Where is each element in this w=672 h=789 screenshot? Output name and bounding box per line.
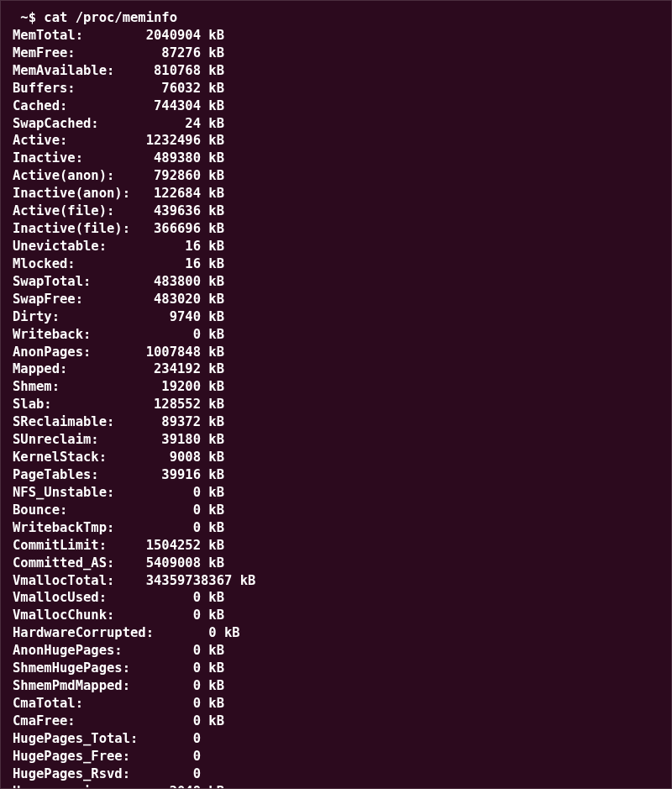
meminfo-label: VmallocTotal: [13, 573, 138, 588]
meminfo-value: 24 [138, 116, 201, 131]
meminfo-value: 483800 [138, 274, 201, 289]
meminfo-row-Writeback: Writeback: 0 kB [13, 326, 659, 344]
meminfo-row-MemTotal: MemTotal: 2040904 kB [13, 27, 659, 45]
meminfo-unit: kB [201, 309, 224, 324]
meminfo-row-InactiveAnon: Inactive(anon): 122684 kB [13, 185, 659, 203]
meminfo-row-HugePages_Free: HugePages_Free: 0 [13, 748, 659, 765]
meminfo-row-Unevictable: Unevictable: 16 kB [13, 238, 659, 255]
meminfo-row-Bounce: Bounce: 0 kB [13, 502, 659, 519]
meminfo-label: Inactive(file): [13, 221, 138, 236]
meminfo-row-Hugepagesize: Hugepagesize: 2048 kB [13, 783, 659, 789]
meminfo-unit: kB [201, 345, 224, 360]
meminfo-unit: kB [201, 485, 224, 500]
meminfo-value: 0 [138, 660, 201, 676]
meminfo-label: MemTotal: [13, 28, 138, 43]
meminfo-unit: kB [201, 81, 224, 96]
meminfo-unit: kB [201, 696, 224, 711]
meminfo-label: Slab: [13, 397, 138, 412]
meminfo-unit: kB [201, 660, 224, 676]
meminfo-row-HardwareCorrupted: HardwareCorrupted: 0 kB [13, 624, 659, 642]
meminfo-unit: kB [201, 28, 224, 43]
meminfo-value: 744304 [138, 98, 201, 113]
meminfo-value: 366696 [138, 221, 201, 236]
meminfo-row-Buffers: Buffers: 76032 kB [13, 80, 659, 97]
meminfo-unit: kB [201, 678, 224, 693]
meminfo-label: SUnreclaim: [13, 432, 138, 447]
meminfo-unit: kB [201, 538, 224, 553]
meminfo-unit: kB [201, 221, 224, 236]
meminfo-value: 9740 [138, 309, 201, 324]
meminfo-label: SwapTotal: [13, 274, 138, 289]
meminfo-unit: kB [232, 573, 255, 588]
meminfo-row-Inactive: Inactive: 489380 kB [13, 150, 659, 167]
meminfo-row-Cached: Cached: 744304 kB [13, 97, 659, 115]
meminfo-unit: kB [217, 625, 240, 640]
meminfo-row-MemFree: MemFree: 87276 kB [13, 45, 659, 62]
meminfo-label: MemAvailable: [13, 63, 138, 78]
meminfo-unit: kB [201, 274, 224, 289]
meminfo-row-KernelStack: KernelStack: 9008 kB [13, 449, 659, 466]
meminfo-row-Active: Active: 1232496 kB [13, 132, 659, 150]
meminfo-label: CmaFree: [13, 713, 138, 729]
meminfo-label: ShmemHugePages: [13, 660, 138, 676]
meminfo-row-SUnreclaim: SUnreclaim: 39180 kB [13, 431, 659, 449]
meminfo-row-SwapFree: SwapFree: 483020 kB [13, 291, 659, 308]
meminfo-row-Mlocked: Mlocked: 16 kB [13, 255, 659, 273]
meminfo-label: SwapFree: [13, 292, 138, 307]
meminfo-unit: kB [201, 414, 224, 429]
meminfo-value: 0 [138, 696, 201, 711]
meminfo-row-VmallocTotal: VmallocTotal: 34359738367 kB [13, 572, 659, 590]
meminfo-value: 5409008 [138, 555, 201, 571]
meminfo-row-MemAvailable: MemAvailable: 810768 kB [13, 62, 659, 80]
meminfo-unit: kB [201, 292, 224, 307]
meminfo-label: AnonPages: [13, 345, 138, 360]
meminfo-label: SReclaimable: [13, 414, 138, 429]
meminfo-label: HugePages_Total: [13, 731, 138, 746]
meminfo-value: 39916 [138, 467, 201, 482]
meminfo-label: PageTables: [13, 467, 138, 482]
shell-command: cat /proc/meminfo [44, 10, 177, 25]
shell-prompt: ~$ [13, 10, 44, 25]
meminfo-row-ActiveFile: Active(file): 439636 kB [13, 203, 659, 220]
meminfo-value: 0 [138, 590, 201, 605]
meminfo-row-Dirty: Dirty: 9740 kB [13, 308, 659, 326]
meminfo-unit: kB [201, 63, 224, 78]
meminfo-unit: kB [201, 608, 224, 623]
meminfo-value: 0 [138, 731, 201, 746]
meminfo-value: 76032 [138, 81, 201, 96]
meminfo-label: VmallocUsed: [13, 590, 138, 605]
meminfo-unit: kB [201, 432, 224, 447]
prompt-line[interactable]: ~$ cat /proc/meminfo [13, 9, 659, 27]
meminfo-value: 39180 [138, 432, 201, 447]
meminfo-label: Shmem: [13, 379, 138, 394]
meminfo-value: 16 [138, 256, 201, 271]
meminfo-unit: kB [201, 520, 224, 535]
meminfo-value: 0 [138, 502, 201, 518]
meminfo-unit: kB [201, 502, 224, 518]
meminfo-row-CmaTotal: CmaTotal: 0 kB [13, 695, 659, 713]
meminfo-label: HugePages_Rsvd: [13, 766, 138, 781]
meminfo-value: 2040904 [138, 28, 201, 43]
meminfo-label: Committed_AS: [13, 555, 138, 571]
meminfo-row-ShmemPmdMapped: ShmemPmdMapped: 0 kB [13, 677, 659, 695]
meminfo-label: Writeback: [13, 327, 138, 342]
meminfo-value: 483020 [138, 292, 201, 307]
meminfo-row-HugePages_Rsvd: HugePages_Rsvd: 0 [13, 765, 659, 783]
meminfo-value: 1504252 [138, 538, 201, 553]
meminfo-row-HugePages_Total: HugePages_Total: 0 [13, 730, 659, 748]
meminfo-value: 2048 [138, 784, 201, 789]
meminfo-value: 0 [138, 766, 201, 781]
meminfo-unit: kB [201, 256, 224, 271]
meminfo-label: Buffers: [13, 81, 138, 96]
meminfo-value: 792860 [138, 168, 201, 183]
meminfo-unit: kB [201, 168, 224, 183]
meminfo-label: AnonHugePages: [13, 643, 138, 658]
meminfo-row-Shmem: Shmem: 19200 kB [13, 378, 659, 396]
meminfo-value: 0 [138, 749, 201, 764]
meminfo-value: 89372 [138, 414, 201, 429]
meminfo-unit: kB [201, 327, 224, 342]
meminfo-value: 810768 [138, 63, 201, 78]
meminfo-label: SwapCached: [13, 116, 138, 131]
meminfo-value: 0 [154, 625, 217, 640]
meminfo-unit: kB [201, 239, 224, 254]
